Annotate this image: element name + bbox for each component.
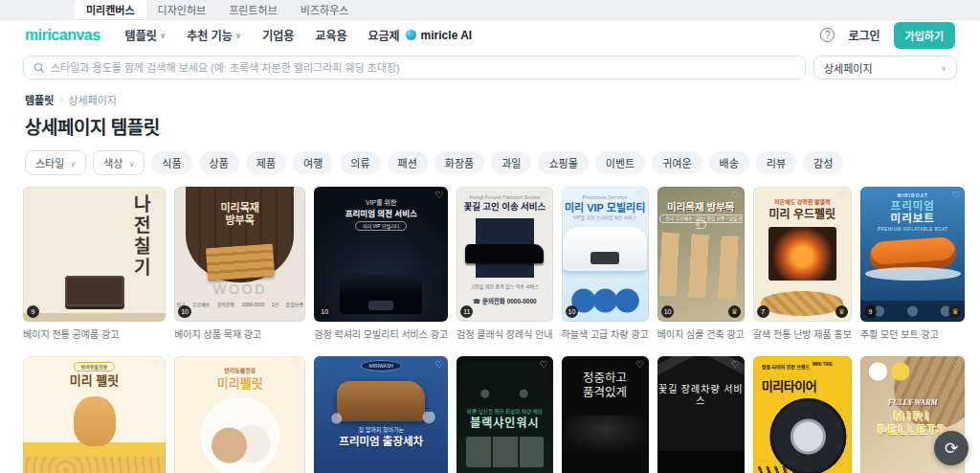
- favorite-heart-icon[interactable]: ♡: [434, 190, 443, 200]
- filter-chip-7[interactable]: 화장품: [434, 151, 484, 174]
- filter-dropdown-1[interactable]: 스타일∨: [25, 150, 86, 175]
- chevron-down-icon: ∨: [128, 160, 134, 169]
- template-card[interactable]: Kkotgil Funeral Transport Service꽃길 고인 이…: [457, 187, 552, 341]
- template-thumbnail[interactable]: 정중하고품격있게문의 : 080-1234-5678♡11: [562, 356, 649, 473]
- login-button[interactable]: 로그인: [848, 27, 880, 43]
- poster-text: 미리 펠릿: [23, 373, 166, 389]
- filter-chip-8[interactable]: 과일: [491, 151, 531, 174]
- nav-item-1[interactable]: 템플릿∨: [125, 27, 167, 43]
- template-card[interactable]: 꽃길 장례차량 서비스♡11검정 꽃길 장례식 안내: [657, 356, 745, 473]
- top-tab-1[interactable]: 미리캔버스: [75, 0, 146, 19]
- top-tab-3[interactable]: 프린트허브: [217, 0, 289, 19]
- template-card[interactable]: 반려동물전용미리펠릿♡7♛베이지 아기자기한 반려동물 광고: [174, 356, 305, 473]
- favorite-heart-icon[interactable]: ♡: [152, 190, 161, 200]
- favorite-heart-icon[interactable]: ♡: [952, 190, 961, 200]
- search-bar[interactable]: [23, 56, 806, 79]
- template-thumbnail[interactable]: MIRIBOAT프리미엄미리보트PREMIUM INFLATABLE BOAT♡…: [860, 187, 966, 322]
- template-card[interactable]: 반려동물전용미리 펠릿❤♡7♛베이지의 키치한 반려동물 펠릿 광고: [23, 356, 166, 473]
- poster-text: Kkotgil Funeral Transport Service: [457, 194, 552, 200]
- template-card[interactable]: 나전칠기♡9베이지 전통 공예품 광고: [23, 187, 166, 341]
- top-tab-4[interactable]: 비즈하우스: [289, 0, 361, 19]
- favorite-heart-icon[interactable]: ♡: [152, 359, 161, 370]
- miricanvas-logo[interactable]: miricanvas: [25, 27, 100, 44]
- nav-item-miricle-ai[interactable]: miricle AI: [406, 29, 473, 42]
- search-input[interactable]: [51, 62, 795, 74]
- chevron-down-icon: ∨: [941, 64, 947, 73]
- filter-chip-1[interactable]: 식품: [151, 151, 191, 174]
- template-card[interactable]: VIP를 위한프리미엄 의전 서비스미리 VIP 모빌리티♡10검정 럭셔리 모…: [314, 187, 448, 341]
- favorite-heart-icon[interactable]: ♡: [635, 190, 644, 200]
- template-thumbnail[interactable]: Kkotgil Funeral Transport Service꽃길 고인 이…: [457, 187, 552, 322]
- favorite-heart-icon[interactable]: ♡: [635, 359, 644, 370]
- favorite-heart-icon[interactable]: ♡: [731, 190, 740, 200]
- miricle-ai-icon: [406, 30, 416, 40]
- recent-history-button[interactable]: ⟳: [934, 431, 969, 465]
- favorite-heart-icon[interactable]: ♡: [838, 359, 847, 370]
- nav-item-4[interactable]: 교육용: [315, 27, 346, 43]
- template-card[interactable]: 정품 타이어 전문 브랜드미리타이어MIRI TIRE♡13노랑 모던 자동차 …: [753, 356, 852, 473]
- template-grid: 나전칠기♡9베이지 전통 공예품 광고미리목재방부목WOOD전국 무료배송 견적…: [23, 187, 957, 473]
- template-thumbnail[interactable]: 바쁜 당신을 위한 최상의 차량 케어블랙샤인워시♡10: [457, 356, 552, 473]
- filter-chip-9[interactable]: 쇼핑몰: [538, 151, 588, 174]
- template-card[interactable]: MIRIBOAT프리미엄미리보트PREMIUM INFLATABLE BOAT♡…: [860, 187, 966, 341]
- filter-chip-4[interactable]: 여행: [293, 151, 333, 174]
- template-artwork: [657, 356, 745, 473]
- favorite-heart-icon[interactable]: ♡: [838, 190, 847, 200]
- template-thumbnail[interactable]: 꽃길 장례차량 서비스♡11: [657, 356, 745, 473]
- filter-chip-3[interactable]: 제품: [246, 151, 286, 174]
- top-tab-2[interactable]: 디자인허브: [146, 0, 218, 19]
- filter-chip-6[interactable]: 패션: [388, 151, 428, 174]
- template-thumbnail[interactable]: 저온에도 강력한 발열력미리 우드펠릿♡7♛: [753, 187, 852, 322]
- filter-chip-12[interactable]: 배송: [709, 151, 749, 174]
- template-thumbnail[interactable]: 정품 타이어 전문 브랜드미리타이어MIRI TIRE♡13: [753, 356, 852, 473]
- favorite-heart-icon[interactable]: ♡: [952, 359, 961, 370]
- breadcrumb-separator: ›: [59, 95, 62, 104]
- template-card[interactable]: 저온에도 강력한 발열력미리 우드펠릿♡7♛갈색 전통 난방 제품 홍보: [753, 187, 852, 341]
- poster-text: 미리 VIP 모빌리티: [314, 223, 448, 229]
- template-card[interactable]: Premium Service미리 VIP 모빌리티VIP를 위한 프리미엄 의…: [562, 187, 649, 341]
- template-card[interactable]: 미리목재방부목WOOD전국 무료배송 견적문의 1588-0000 1년 품질보…: [174, 187, 305, 341]
- filter-chip-2[interactable]: 상품: [199, 151, 239, 174]
- poster-pill: 전국 무료배송 / 10년 품질 보증 / 당일 견적: [659, 214, 743, 229]
- template-card[interactable]: 바쁜 당신을 위한 최상의 차량 케어블랙샤인워시♡10검정 모던 자동차 광고: [457, 356, 552, 473]
- category-select[interactable]: 상세페이지 ∨: [813, 56, 957, 79]
- help-icon[interactable]: ?: [820, 28, 835, 42]
- favorite-heart-icon[interactable]: ♡: [540, 359, 548, 370]
- template-card[interactable]: MIRIWASH집 앞까지 찾아가는프리미엄 출장세차최신 장비 친환경 세제 …: [314, 356, 448, 473]
- nav-item-5[interactable]: 요금제: [368, 27, 399, 43]
- filter-chip-13[interactable]: 리뷰: [756, 151, 796, 174]
- template-thumbnail[interactable]: 반려동물전용미리펠릿♡7♛: [174, 356, 305, 473]
- nav-item-label: 요금제: [368, 27, 399, 43]
- template-caption: 베이지 전통 공예품 광고: [23, 327, 166, 341]
- poster-text: 블랙샤인워시: [457, 417, 552, 430]
- poster-text: VIP를 위한 프리미엄 의전 서비스: [562, 215, 649, 221]
- favorite-heart-icon[interactable]: ♡: [540, 190, 548, 200]
- favorite-heart-icon[interactable]: ♡: [292, 190, 301, 200]
- breadcrumb-templates[interactable]: 템플릿: [25, 92, 54, 107]
- favorite-heart-icon[interactable]: ♡: [731, 359, 740, 370]
- main-nav: 템플릿∨추천 기능∨기업용교육용요금제: [125, 27, 400, 43]
- template-thumbnail[interactable]: MIRIWASH집 앞까지 찾아가는프리미엄 출장세차최신 장비 친환경 세제 …: [314, 356, 448, 473]
- template-card[interactable]: 미리목재 방부목전국 무료배송 / 10년 품질 보증 / 당일 견적♡10♛베…: [657, 187, 745, 341]
- template-thumbnail[interactable]: 나전칠기♡9: [23, 187, 166, 322]
- favorite-heart-icon[interactable]: ♡: [434, 359, 443, 370]
- template-thumbnail[interactable]: 반려동물전용미리 펠릿❤♡7♛: [23, 356, 166, 473]
- filter-chip-14[interactable]: 감성: [803, 151, 843, 174]
- template-thumbnail[interactable]: VIP를 위한프리미엄 의전 서비스미리 VIP 모빌리티♡10: [314, 187, 448, 322]
- nav-item-2[interactable]: 추천 기능∨: [187, 27, 241, 43]
- filter-chip-5[interactable]: 의류: [340, 151, 380, 174]
- filter-chip-10[interactable]: 이벤트: [595, 151, 645, 174]
- template-thumbnail[interactable]: 미리목재 방부목전국 무료배송 / 10년 품질 보증 / 당일 견적♡10♛: [657, 187, 745, 322]
- signup-button[interactable]: 가입하기: [894, 22, 955, 49]
- poster-text: 꽃길 고인 이송 서비스: [457, 202, 552, 213]
- template-thumbnail[interactable]: Premium Service미리 VIP 모빌리티VIP를 위한 프리미엄 의…: [562, 187, 649, 322]
- nav-item-3[interactable]: 기업용: [262, 27, 294, 43]
- filter-chip-11[interactable]: 귀여운: [652, 151, 702, 174]
- filter-dropdown-2[interactable]: 색상∨: [93, 150, 145, 175]
- favorite-heart-icon[interactable]: ♡: [292, 359, 301, 370]
- template-card[interactable]: 정중하고품격있게문의 : 080-1234-5678♡11검정 심플 장례식 안…: [562, 356, 649, 473]
- page-count-badge: 9: [864, 305, 877, 318]
- filter-dropdown-label: 색상: [103, 155, 122, 170]
- poster-text: MIRI TIRE: [813, 362, 833, 367]
- template-thumbnail[interactable]: 미리목재방부목WOOD전국 무료배송 견적문의 1588-0000 1년 품질보…: [174, 187, 305, 322]
